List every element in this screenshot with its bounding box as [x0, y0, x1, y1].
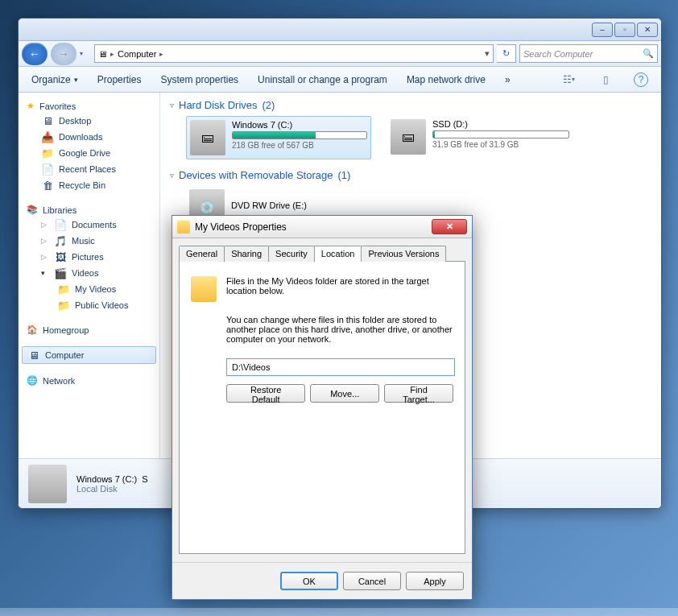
sidebar-item-label: Desktop — [59, 116, 91, 126]
folder-icon — [191, 276, 217, 302]
close-icon: ✕ — [644, 25, 651, 34]
toolbar-overflow[interactable]: » — [505, 74, 511, 85]
sidebar-item-public-videos[interactable]: 📁Public Videos — [19, 297, 159, 313]
organize-menu[interactable]: Organize ▾ — [31, 74, 78, 85]
properties-button[interactable]: Properties — [97, 74, 142, 85]
crumb-arrow-icon: ▸ — [110, 50, 114, 58]
sidebar-item-computer[interactable]: 🖥Computer — [22, 346, 156, 364]
search-input[interactable]: Search Computer 🔍 — [519, 44, 658, 63]
desktop-icon: 🖥 — [41, 114, 54, 127]
sidebar-item-label: Videos — [72, 268, 98, 278]
organize-label: Organize — [31, 74, 71, 85]
network-icon: 🌐 — [27, 375, 38, 386]
documents-icon: 📄 — [54, 218, 67, 231]
drive-c[interactable]: 🖴 Windows 7 (C:) 218 GB free of 567 GB — [186, 116, 371, 159]
close-button[interactable]: ✕ — [637, 23, 658, 37]
chevron-down-icon: ▾ — [74, 76, 78, 84]
tree-collapsed-icon[interactable]: ▷ — [41, 221, 49, 229]
window-titlebar[interactable]: – ▫ ✕ — [19, 19, 661, 41]
section-hard-drives[interactable]: ▿ Hard Disk Drives (2) — [170, 99, 651, 111]
navigation-pane: ★Favorites 🖥Desktop 📥Downloads 📁Google D… — [19, 93, 160, 458]
section-label: Devices with Removable Storage — [179, 169, 333, 181]
sidebar-item-downloads[interactable]: 📥Downloads — [19, 129, 159, 145]
system-properties-button[interactable]: System properties — [160, 74, 238, 85]
maximize-button[interactable]: ▫ — [614, 23, 635, 37]
taskbar[interactable] — [0, 608, 678, 616]
uninstall-button[interactable]: Uninstall or change a program — [258, 74, 387, 85]
preview-pane-button[interactable]: ▯ — [597, 72, 614, 88]
refresh-button[interactable]: ↻ — [497, 44, 516, 63]
minimize-icon: – — [600, 25, 605, 34]
map-drive-button[interactable]: Map network drive — [407, 74, 486, 85]
dialog-close-button[interactable]: ✕ — [432, 219, 467, 234]
section-removable[interactable]: ▿ Devices with Removable Storage (1) — [170, 169, 651, 181]
collapse-icon[interactable]: ▿ — [170, 171, 174, 180]
sidebar-item-label: Documents — [72, 220, 117, 229]
ok-button[interactable]: OK — [280, 572, 338, 590]
sidebar-item-videos[interactable]: ▾🎬Videos — [19, 265, 159, 281]
drive-usage-bar — [232, 131, 367, 139]
apply-button[interactable]: Apply — [406, 572, 464, 590]
sidebar-item-label: My Videos — [75, 284, 116, 294]
address-bar[interactable]: 🖥 ▸ Computer ▸ ▾ — [94, 44, 494, 63]
sidebar-item-recent-places[interactable]: 📄Recent Places — [19, 161, 159, 177]
favorites-header[interactable]: ★Favorites — [19, 99, 159, 113]
location-description: You can change where files in this folde… — [226, 315, 453, 344]
dialog-titlebar[interactable]: My Videos Properties ✕ — [172, 216, 472, 238]
downloads-icon: 📥 — [41, 130, 54, 143]
sidebar-item-label: Public Videos — [75, 300, 128, 310]
tree-expanded-icon[interactable]: ▾ — [41, 269, 49, 277]
location-intro-text: Files in the My Videos folder are stored… — [226, 276, 453, 296]
collapse-icon[interactable]: ▿ — [170, 101, 174, 110]
sidebar-item-label: Google Drive — [59, 148, 110, 158]
folder-icon: 📁 — [41, 147, 54, 159]
location-path-input[interactable] — [226, 358, 455, 376]
tree-collapsed-icon[interactable]: ▷ — [41, 237, 49, 245]
sidebar-item-label: Recent Places — [59, 164, 116, 174]
libraries-header[interactable]: 📚Libraries — [19, 203, 159, 217]
drive-free-text: 31.9 GB free of 31.9 GB — [432, 140, 569, 149]
view-options-button[interactable]: ☷ ▾ — [560, 72, 577, 88]
folder-icon: 📁 — [57, 283, 70, 296]
breadcrumb-computer[interactable]: Computer — [118, 49, 156, 59]
drive-usage-bar — [432, 130, 569, 138]
tab-sharing[interactable]: Sharing — [224, 246, 269, 262]
network-header[interactable]: 🌐Network — [19, 374, 159, 387]
homegroup-header[interactable]: 🏠Homegroup — [19, 323, 159, 337]
sidebar-item-documents[interactable]: ▷📄Documents — [19, 217, 159, 233]
status-overflow: S — [142, 474, 147, 484]
search-placeholder: Search Computer — [523, 49, 593, 59]
address-dropdown-icon[interactable]: ▾ — [485, 48, 490, 59]
tree-collapsed-icon[interactable]: ▷ — [41, 253, 49, 261]
videos-icon: 🎬 — [54, 267, 67, 279]
find-target-button[interactable]: Find Target... — [384, 384, 453, 403]
tab-panel-location: Files in the My Videos folder are stored… — [179, 261, 465, 554]
minimize-button[interactable]: – — [592, 23, 613, 37]
restore-default-button[interactable]: Restore Default — [226, 384, 305, 403]
tab-location[interactable]: Location — [314, 246, 362, 262]
dialog-title: My Videos Properties — [195, 221, 287, 233]
section-label: Hard Disk Drives — [179, 99, 258, 111]
nav-back-button[interactable]: ← — [22, 43, 48, 65]
sidebar-item-google-drive[interactable]: 📁Google Drive — [19, 145, 159, 161]
tab-general[interactable]: General — [179, 246, 225, 262]
sidebar-item-pictures[interactable]: ▷🖼Pictures — [19, 249, 159, 265]
sidebar-item-desktop[interactable]: 🖥Desktop — [19, 113, 159, 129]
help-button[interactable]: ? — [634, 72, 648, 87]
properties-dialog: My Videos Properties ✕ General Sharing S… — [172, 215, 473, 600]
sidebar-item-recycle-bin[interactable]: 🗑Recycle Bin — [19, 177, 159, 193]
drive-d[interactable]: 🖴 SSD (D:) 31.9 GB free of 31.9 GB — [387, 116, 573, 159]
sidebar-item-my-videos[interactable]: 📁My Videos — [19, 281, 159, 297]
nav-history-dropdown[interactable]: ▾ — [80, 50, 91, 57]
status-subtitle: Local Disk — [76, 484, 118, 494]
move-button[interactable]: Move... — [310, 384, 379, 403]
status-title: Windows 7 (C:) — [76, 474, 137, 484]
libraries-icon: 📚 — [27, 205, 38, 215]
nav-forward-button[interactable]: → — [51, 43, 76, 65]
sidebar-item-label: Downloads — [59, 132, 102, 142]
tab-security[interactable]: Security — [268, 246, 315, 262]
cancel-button[interactable]: Cancel — [343, 572, 401, 590]
tab-previous-versions[interactable]: Previous Versions — [361, 246, 446, 262]
sidebar-item-label: Computer — [45, 350, 84, 360]
sidebar-item-music[interactable]: ▷🎵Music — [19, 233, 159, 249]
